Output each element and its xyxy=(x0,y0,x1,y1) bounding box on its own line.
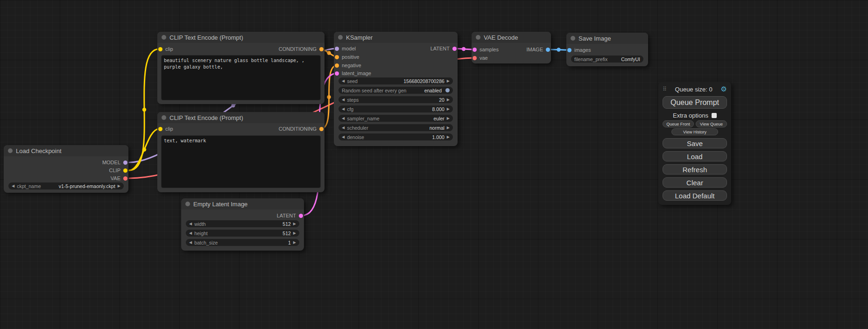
clear-button[interactable]: Clear xyxy=(663,177,727,188)
widget-steps[interactable]: ◀ steps 20 ▶ xyxy=(339,96,453,103)
node-clip-text-encode-positive[interactable]: CLIP Text Encode (Prompt) clip CONDITION… xyxy=(157,32,325,104)
node-title-bar[interactable]: CLIP Text Encode (Prompt) xyxy=(157,32,325,43)
input-port-clip[interactable]: clip xyxy=(157,126,173,132)
collapse-dot[interactable] xyxy=(571,36,575,41)
widget-filename-prefix[interactable]: filename_prefix ComfyUI xyxy=(571,56,643,63)
drag-handle-icon[interactable]: ⠿ xyxy=(663,86,667,92)
node-title-bar[interactable]: Load Checkpoint xyxy=(4,145,128,156)
port-dot[interactable] xyxy=(299,214,303,218)
widget-sampler-name[interactable]: ◀ sampler_name euler ▶ xyxy=(339,115,453,122)
settings-gear-icon[interactable]: ⚙ xyxy=(721,85,727,93)
port-dot[interactable] xyxy=(335,71,339,76)
port-dot[interactable] xyxy=(319,47,324,51)
node-title-bar[interactable]: Empty Latent Image xyxy=(181,198,304,210)
widget-height[interactable]: ◀ height 512 ▶ xyxy=(186,230,299,237)
widget-scheduler[interactable]: ◀ scheduler normal ▶ xyxy=(339,124,453,131)
collapse-dot[interactable] xyxy=(185,202,190,206)
view-history-button[interactable]: View History xyxy=(671,128,718,135)
input-port-images[interactable]: images xyxy=(566,47,591,53)
increment-arrow-icon[interactable]: ▶ xyxy=(293,231,296,235)
view-queue-button[interactable]: View Queue xyxy=(696,120,727,127)
collapse-dot[interactable] xyxy=(8,148,13,153)
increment-arrow-icon[interactable]: ▶ xyxy=(447,98,450,102)
collapse-dot[interactable] xyxy=(476,35,480,40)
input-port-vae[interactable]: vae xyxy=(472,55,488,61)
increment-arrow-icon[interactable]: ▶ xyxy=(447,79,450,83)
toggle-dot[interactable] xyxy=(445,88,450,92)
node-save-image[interactable]: Save Image images filename_prefix ComfyU… xyxy=(566,33,648,66)
save-button[interactable]: Save xyxy=(663,138,727,148)
port-dot[interactable] xyxy=(123,168,127,173)
decrement-arrow-icon[interactable]: ◀ xyxy=(342,79,345,83)
input-port-positive[interactable]: positive xyxy=(334,54,359,60)
decrement-arrow-icon[interactable]: ◀ xyxy=(342,107,345,111)
queue-prompt-button[interactable]: Queue Prompt xyxy=(663,96,727,109)
port-dot[interactable] xyxy=(335,47,339,51)
port-dot[interactable] xyxy=(567,48,572,52)
output-port-image[interactable]: IMAGE xyxy=(527,46,551,53)
increment-arrow-icon[interactable]: ▶ xyxy=(447,107,450,111)
increment-arrow-icon[interactable]: ▶ xyxy=(293,222,296,226)
widget-denoise[interactable]: ◀ denoise 1.000 ▶ xyxy=(339,133,453,140)
port-dot[interactable] xyxy=(319,127,324,131)
widget-cfg[interactable]: ◀ cfg 8.000 ▶ xyxy=(339,105,453,112)
node-title-bar[interactable]: VAE Decode xyxy=(472,32,551,43)
node-title-bar[interactable]: Save Image xyxy=(566,33,648,44)
output-port-clip[interactable]: CLIP xyxy=(109,167,128,174)
widget-ckpt-name[interactable]: ◀ ckpt_name v1-5-pruned-emaonly.ckpt ▶ xyxy=(8,182,124,189)
load-button[interactable]: Load xyxy=(663,151,727,161)
increment-arrow-icon[interactable]: ▶ xyxy=(447,135,450,139)
collapse-dot[interactable] xyxy=(338,35,343,40)
output-port-model[interactable]: MODEL xyxy=(102,159,128,166)
output-port-vae[interactable]: VAE xyxy=(111,175,128,182)
collapse-dot[interactable] xyxy=(162,35,166,40)
widget-seed[interactable]: ◀ seed 156680208700286 ▶ xyxy=(339,77,453,84)
increment-arrow-icon[interactable]: ▶ xyxy=(447,126,450,130)
port-dot[interactable] xyxy=(546,48,550,52)
increment-arrow-icon[interactable]: ▶ xyxy=(118,184,120,188)
port-dot[interactable] xyxy=(158,127,162,131)
extra-options-checkbox[interactable] xyxy=(712,113,717,118)
output-port-latent[interactable]: LATENT xyxy=(277,212,304,219)
queue-front-button[interactable]: Queue Front xyxy=(663,120,694,127)
port-dot[interactable] xyxy=(123,161,127,165)
widget-random-seed-toggle[interactable]: Random seed after every gen enabled xyxy=(339,87,453,94)
decrement-arrow-icon[interactable]: ◀ xyxy=(189,241,192,245)
decrement-arrow-icon[interactable]: ◀ xyxy=(342,117,345,120)
node-empty-latent-image[interactable]: Empty Latent Image LATENT ◀ width 512 ▶ … xyxy=(181,198,304,251)
load-default-button[interactable]: Load Default xyxy=(663,190,727,201)
decrement-arrow-icon[interactable]: ◀ xyxy=(342,126,345,130)
node-vae-decode[interactable]: VAE Decode samples vae IMAGE xyxy=(472,32,551,63)
port-dot[interactable] xyxy=(335,63,339,68)
port-dot[interactable] xyxy=(452,47,457,51)
port-dot[interactable] xyxy=(473,48,477,52)
input-port-samples[interactable]: samples xyxy=(472,46,499,53)
input-port-latent-image[interactable]: latent_image xyxy=(334,70,371,77)
decrement-arrow-icon[interactable]: ◀ xyxy=(189,222,192,226)
node-title-bar[interactable]: KSampler xyxy=(334,32,458,43)
collapse-dot[interactable] xyxy=(162,115,166,120)
prompt-textarea[interactable]: text, watermark xyxy=(161,135,321,188)
decrement-arrow-icon[interactable]: ◀ xyxy=(12,184,14,188)
decrement-arrow-icon[interactable]: ◀ xyxy=(189,231,192,235)
port-dot[interactable] xyxy=(335,55,339,59)
output-port-conditioning[interactable]: CONDITIONING xyxy=(279,46,325,52)
node-title-bar[interactable]: CLIP Text Encode (Prompt) xyxy=(157,112,325,123)
widget-width[interactable]: ◀ width 512 ▶ xyxy=(186,220,299,227)
prompt-textarea[interactable]: beautiful scenery nature glass bottle la… xyxy=(161,55,321,100)
decrement-arrow-icon[interactable]: ◀ xyxy=(342,98,345,102)
output-port-conditioning[interactable]: CONDITIONING xyxy=(279,126,325,132)
input-port-negative[interactable]: negative xyxy=(334,62,361,69)
port-dot[interactable] xyxy=(123,176,127,181)
decrement-arrow-icon[interactable]: ◀ xyxy=(342,135,345,139)
refresh-button[interactable]: Refresh xyxy=(663,164,727,175)
increment-arrow-icon[interactable]: ▶ xyxy=(293,241,296,245)
node-clip-text-encode-negative[interactable]: CLIP Text Encode (Prompt) clip CONDITION… xyxy=(157,112,325,192)
input-port-clip[interactable]: clip xyxy=(157,46,173,52)
port-dot[interactable] xyxy=(473,56,477,60)
input-port-model[interactable]: model xyxy=(334,45,356,52)
widget-batch-size[interactable]: ◀ batch_size 1 ▶ xyxy=(186,239,299,246)
node-ksampler[interactable]: KSampler model positive negative latent_… xyxy=(334,32,458,146)
node-graph-canvas[interactable]: Load Checkpoint MODEL CLIP VAE ◀ ckpt_na… xyxy=(0,0,868,329)
port-dot[interactable] xyxy=(158,47,162,51)
